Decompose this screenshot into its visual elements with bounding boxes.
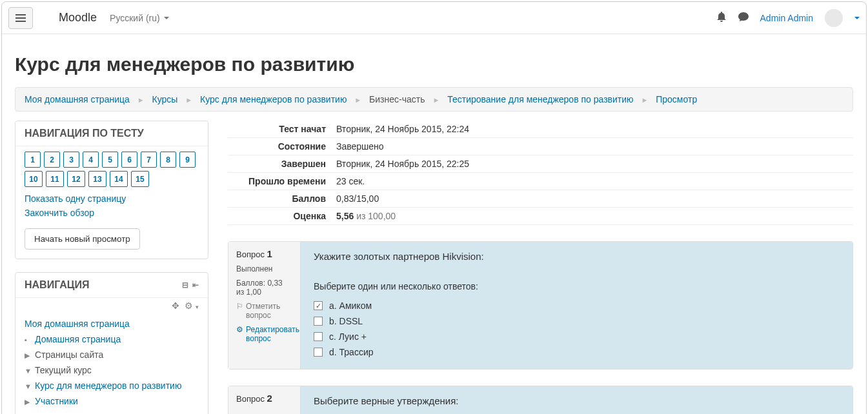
option-label: b. DSSL	[329, 316, 363, 326]
sidebar-toggle-button[interactable]	[8, 7, 33, 29]
show-one-page-link[interactable]: Показать одну страницу	[25, 193, 199, 204]
page-title: Курс для менеджеров по развитию	[15, 54, 853, 75]
avatar[interactable]	[825, 9, 843, 27]
question-nav-button[interactable]: 1	[25, 152, 41, 168]
question-nav-button[interactable]: 5	[102, 152, 118, 168]
tree-item-my-home[interactable]: Моя домашняя страница	[25, 319, 130, 329]
answer-option[interactable]: d. Трассир	[314, 344, 840, 360]
question-prompt: Выберите один или несколько ответов:	[314, 281, 840, 291]
finish-review-link[interactable]: Закончить обзор	[25, 208, 199, 218]
question-mark: Баллов: 0,33 из 1,00	[236, 279, 292, 297]
checkbox-icon[interactable]	[314, 332, 323, 341]
breadcrumb-item[interactable]: Курс для менеджеров по развитию	[200, 94, 347, 104]
table-row: ЗавершенВторник, 24 Ноябрь 2015, 22:25	[228, 155, 853, 173]
breadcrumb-item[interactable]: Тестирование для менеджеров по развитию	[447, 94, 633, 104]
hamburger-icon	[15, 17, 26, 19]
notifications-icon[interactable]	[716, 12, 727, 24]
question-nav-button[interactable]: 3	[63, 152, 79, 168]
chevron-right-icon[interactable]: ▶	[25, 351, 31, 360]
question-nav-button[interactable]: 13	[88, 171, 106, 187]
checkbox-icon[interactable]	[314, 348, 323, 357]
messages-icon[interactable]	[738, 12, 749, 24]
answer-option[interactable]: b. DSSL	[314, 313, 840, 329]
table-row: СостояниеЗавершено	[228, 138, 853, 155]
chevron-down-icon[interactable]: ▼	[25, 382, 31, 390]
chevron-down-icon[interactable]: ▼	[25, 367, 31, 375]
question-text: Выберите верные утверждения:	[314, 395, 840, 406]
tree-item-site-pages[interactable]: Страницы сайта	[35, 350, 103, 360]
user-menu-caret-icon[interactable]	[854, 17, 860, 19]
question-nav-button[interactable]: 15	[131, 171, 149, 187]
summary-key: Завершен	[228, 155, 331, 173]
bullet-icon: ▪	[25, 336, 31, 344]
chevron-right-icon[interactable]: ▶	[25, 398, 31, 406]
tree-item-course[interactable]: Курс для менеджеров по развитию	[35, 380, 181, 391]
summary-key: Оценка	[228, 208, 331, 225]
new-preview-button[interactable]: Начать новый просмотр	[25, 228, 140, 250]
tree-item-current-course[interactable]: Текущий курс	[35, 365, 92, 375]
question-status: Выполнен	[236, 264, 292, 273]
summary-value: 23 сек.	[331, 173, 853, 190]
tree-item-home[interactable]: Домашняя страница	[35, 334, 121, 344]
breadcrumb: Моя домашняя страница ► Курсы ► Курс для…	[15, 87, 853, 112]
language-selector[interactable]: Русский (ru)	[110, 13, 169, 23]
breadcrumb-item: Бизнес-часть	[369, 94, 425, 104]
breadcrumb-separator-icon: ►	[185, 96, 192, 104]
summary-key: Баллов	[228, 190, 331, 208]
question-nav-button[interactable]: 2	[44, 152, 60, 168]
breadcrumb-item[interactable]: Курсы	[152, 94, 177, 104]
question-info-panel: Вопрос 1 Выполнен Баллов: 0,33 из 1,00 ⚐…	[228, 242, 301, 369]
flag-icon: ⚐	[236, 302, 243, 311]
table-row: Тест начатВторник, 24 Ноябрь 2015, 22:24	[228, 121, 853, 138]
collapse-icon[interactable]: ⊟	[182, 281, 188, 290]
breadcrumb-separator-icon: ►	[354, 96, 361, 104]
answer-option[interactable]: c. Луис +	[314, 329, 840, 344]
question-text: Укажите золотых партнеров Hikvision:	[314, 251, 840, 262]
tree-item-participants[interactable]: Участники	[35, 396, 78, 406]
summary-key: Тест начат	[228, 121, 331, 138]
question-nav-button[interactable]: 10	[25, 171, 43, 187]
question-2: Вопрос 2 Выберите верные утверждения:	[228, 386, 853, 414]
checkbox-icon[interactable]: ✓	[314, 301, 323, 310]
option-label: a. Амиком	[329, 301, 372, 311]
breadcrumb-item[interactable]: Моя домашняя страница	[25, 94, 130, 104]
summary-value: Вторник, 24 Ноябрь 2015, 22:25	[331, 155, 853, 173]
language-label: Русский (ru)	[110, 13, 160, 23]
dock-icon[interactable]: ⇤	[192, 281, 199, 290]
attempt-summary-table: Тест начатВторник, 24 Ноябрь 2015, 22:24…	[228, 121, 853, 225]
move-icon[interactable]: ✥	[172, 301, 179, 311]
question-info-panel: Вопрос 2	[228, 386, 301, 414]
answer-option[interactable]: ✓a. Амиком	[314, 298, 840, 313]
brand-logo[interactable]: Moodle	[59, 11, 97, 25]
summary-key: Состояние	[228, 138, 331, 155]
edit-question-link[interactable]: ⚙Редактировать вопрос	[236, 325, 292, 343]
gear-icon[interactable]: ⚙ ▾	[185, 301, 199, 311]
question-nav-button[interactable]: 12	[67, 171, 85, 187]
question-nav-grid: 1 2 3 4 5 6 7 8 9 10 11 12 13	[25, 152, 199, 187]
question-nav-button[interactable]: 14	[110, 171, 128, 187]
question-nav-button[interactable]: 4	[83, 152, 99, 168]
breadcrumb-item[interactable]: Просмотр	[656, 94, 697, 104]
question-1: Вопрос 1 Выполнен Баллов: 0,33 из 1,00 ⚐…	[228, 241, 853, 370]
flag-question-link[interactable]: ⚐Отметить вопрос	[236, 302, 292, 320]
question-nav-button[interactable]: 7	[141, 152, 157, 168]
breadcrumb-separator-icon: ►	[137, 96, 145, 104]
summary-key: Прошло времени	[228, 173, 331, 190]
gear-icon: ⚙	[236, 325, 243, 334]
question-nav-button[interactable]: 9	[179, 152, 196, 168]
table-row: Баллов0,83/15,00	[228, 190, 853, 208]
summary-value: 5,56 из 100,00	[331, 208, 853, 225]
option-label: d. Трассир	[329, 347, 374, 357]
table-row: Оценка5,56 из 100,00	[228, 208, 853, 225]
table-row: Прошло времени23 сек.	[228, 173, 853, 190]
checkbox-icon[interactable]	[314, 317, 323, 326]
question-nav-button[interactable]: 8	[160, 152, 176, 168]
quiz-navigation-block: НАВИГАЦИЯ ПО ТЕСТУ 1 2 3 4 5 6 7 8 9	[15, 121, 208, 259]
question-nav-button[interactable]: 6	[121, 152, 137, 168]
summary-value: Завершено	[331, 138, 853, 155]
chevron-down-icon	[164, 17, 169, 19]
navigation-block: НАВИГАЦИЯ ⊟ ⇤ ✥ ⚙ ▾ Моя домашняя страниц…	[15, 272, 208, 414]
block-title: НАВИГАЦИЯ ПО ТЕСТУ	[15, 121, 208, 146]
user-menu[interactable]: Admin Admin	[760, 13, 813, 23]
question-nav-button[interactable]: 11	[46, 171, 64, 187]
